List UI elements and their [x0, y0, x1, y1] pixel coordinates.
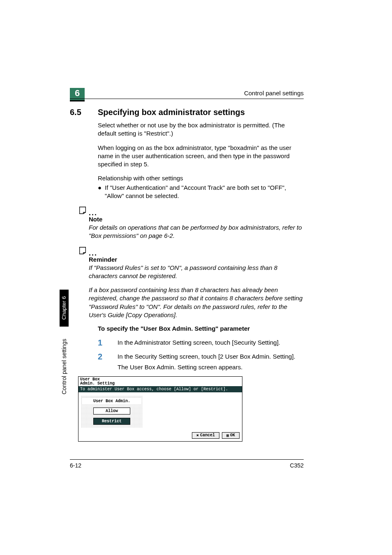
step-text: In the Administrator Setting screen, tou… — [118, 339, 304, 347]
note-icon: ... — [78, 206, 304, 215]
reminder-label: Reminder — [89, 256, 304, 263]
device-screenshot: User Box Admin. Setting To administer Us… — [78, 376, 242, 442]
section-number: 6.5 — [70, 108, 98, 117]
step-number: 1 — [98, 339, 118, 347]
side-chapter-box: Chapter 6 — [60, 290, 69, 327]
reminder-body: If a box password containing less than 8… — [89, 286, 304, 319]
reminder-icon: ... — [78, 246, 304, 255]
section-title: Specifying box administrator settings — [98, 108, 245, 117]
allow-button[interactable]: Allow — [93, 408, 130, 415]
paragraph: Select whether or not use by the box adm… — [98, 121, 304, 138]
ok-icon: ▦ — [226, 433, 229, 438]
ok-button[interactable]: ▦ OK — [222, 432, 240, 439]
screen-instruction: To administer User Box access, choose [A… — [78, 386, 242, 392]
cancel-icon: ✖ — [196, 433, 199, 438]
restrict-button[interactable]: Restrict — [93, 418, 130, 425]
step-subtext: The User Box Admin. Setting screen appea… — [118, 364, 304, 371]
side-running-text: Control panel settings — [61, 339, 67, 394]
procedure-heading: To specify the "User Box Admin. Setting"… — [98, 325, 304, 332]
model-number: C352 — [290, 462, 304, 469]
reminder-body: If "Password Rules" is set to "ON", a pa… — [89, 264, 304, 281]
cancel-button[interactable]: ✖ Cancel — [192, 432, 219, 439]
bullet-text: If "User Authentication" and "Account Tr… — [105, 184, 304, 200]
step-text: In the Security Setting screen, touch [2… — [118, 352, 304, 361]
bullet-icon: ● — [98, 184, 105, 200]
option-panel: User Box Admin. Allow Restrict — [81, 396, 143, 428]
paragraph: Relationship with other settings — [98, 174, 304, 182]
note-label: Note — [89, 216, 304, 223]
step-number: 2 — [98, 352, 118, 361]
running-header: Control panel settings — [244, 90, 304, 97]
screen-title: User Box Admin. Setting — [78, 377, 242, 386]
paragraph: When logging on as the box administrator… — [98, 144, 304, 169]
header-rule — [70, 99, 304, 99]
page-number: 6-12 — [70, 462, 81, 469]
panel-label: User Box Admin. — [83, 398, 141, 404]
note-body: For details on operations that can be pe… — [89, 223, 304, 240]
